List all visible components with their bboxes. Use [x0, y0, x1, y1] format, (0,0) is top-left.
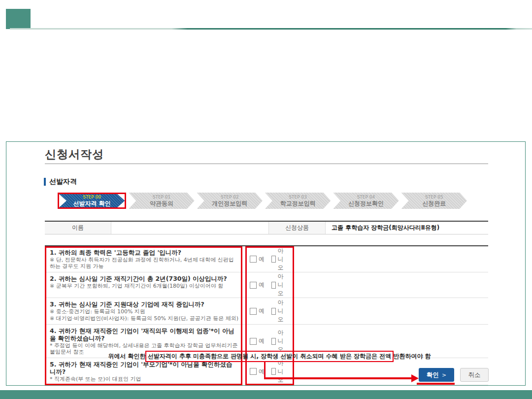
question-row: 2. 귀하는 심사일 기준 재직기간이 총 2년(730일) 이상입니까? ※ … [45, 272, 488, 298]
yes-label: 예 [259, 255, 265, 264]
name-value-cell [111, 222, 269, 234]
section-title: 선발자격 [49, 177, 77, 186]
step-item-step-00: STEP 00 선발자격 확인 [58, 193, 126, 209]
step-chevron: STEP 05 신청완료 [401, 193, 467, 209]
step-label: 선발자격 확인 [73, 200, 111, 207]
application-panel: 신청서작성 선발자격 STEP 00 선발자격 확인 STEP 01 약관동의 … [6, 141, 526, 386]
question-cell: 5. 귀하가 현재 재직중인 기업이 '부모기업'*이 아님을 확인하셨습니까?… [45, 358, 242, 385]
name-label-cell: 이름 [45, 222, 111, 234]
step-chevron: STEP 00 선발자격 확인 [59, 194, 125, 207]
page-title: 신청서작성 [45, 147, 104, 162]
product-label-cell: 신청상품 [269, 222, 326, 234]
no-checkbox[interactable] [271, 368, 276, 375]
section-accent-bar [44, 178, 46, 186]
brand-logo [6, 9, 31, 29]
header-divider [10, 28, 532, 30]
step-item-step-01: STEP 01 약관동의 [129, 193, 194, 209]
annotation-arrow-vertical [264, 362, 266, 378]
step-number: STEP 02 [221, 195, 239, 200]
no-checkbox[interactable] [271, 308, 276, 315]
no-label: 아니오 [278, 247, 288, 272]
section-header: 선발자격 [44, 177, 77, 186]
no-choice[interactable]: 아니오 [271, 329, 287, 354]
step-item-step-04: STEP 04 신청정보확인 [333, 193, 399, 209]
warning-highlight-box: 위에서 확인한 선발자격이 추후 미충족함으로 판명될 시, 장학생 선발이 취… [145, 351, 394, 362]
yes-label: 예 [259, 281, 265, 289]
yes-checkbox[interactable] [250, 256, 257, 263]
step-label: 신청정보확인 [348, 200, 384, 207]
footer-bar [0, 390, 532, 399]
question-row: 3. 귀하는 심사일 기준 지원대상 기업에 재직 중입니까? ※ 중소·중견기… [45, 298, 488, 325]
question-text: 4. 귀하가 현재 재직중인 기업이 '재직의무 이행제외 업종'*이 아님을 … [50, 327, 238, 342]
question-notes: ※ 중소·중견기업: 등록금의 100% 지원※ 대기업·비영리법인(비사업자)… [50, 308, 238, 322]
yes-checkbox[interactable] [250, 308, 257, 315]
question-cell: 3. 귀하는 심사일 기준 지원대상 기업에 재직 중입니까? ※ 중소·중견기… [45, 298, 242, 324]
yes-label: 예 [259, 337, 265, 345]
question-text: 3. 귀하는 심사일 기준 지원대상 기업에 재직 중입니까? [50, 300, 238, 308]
answer-cell: 예 아니오 [242, 358, 294, 385]
question-cell: 2. 귀하는 심사일 기준 재직기간이 총 2년(730일) 이상입니까? ※ … [45, 272, 242, 298]
no-choice[interactable]: 아니오 [271, 247, 287, 272]
question-text: 2. 귀하는 심사일 기준 재직기간이 총 2년(730일) 이상입니까? [50, 275, 238, 282]
question-notes: ※ 단, 전문학사 취득자가 전공심화 과정에 진학하거나, 4년제 대학에 신… [50, 257, 238, 269]
cancel-button-label: 취소 [468, 371, 481, 379]
no-label: 아니오 [278, 272, 288, 298]
no-choice[interactable]: 아니오 [271, 272, 287, 298]
step-label: 약관동의 [150, 200, 173, 207]
yes-choice[interactable]: 예 [250, 307, 265, 315]
annotation-arrow-horizontal [264, 377, 412, 379]
step-label: 신청완료 [422, 200, 446, 207]
step-progress-bar: STEP 00 선발자격 확인 STEP 01 약관동의 STEP 02 개인정… [58, 193, 469, 209]
answer-cell: 예 아니오 [242, 298, 294, 324]
answer-cell: 예 아니오 [242, 272, 294, 298]
confirm-underline-annotation [417, 383, 455, 385]
no-label: 아니오 [278, 359, 288, 384]
step-item-step-02: STEP 02 개인정보입력 [197, 193, 263, 209]
chevron-right-icon: > [442, 372, 446, 378]
no-label: 아니오 [278, 329, 288, 354]
no-checkbox[interactable] [271, 338, 276, 345]
step-number: STEP 04 [357, 195, 375, 200]
question-note: * 직계존속(부 또는 모)이 대표인 기업 [50, 376, 238, 382]
step-item-step-05: STEP 05 신청완료 [401, 193, 467, 209]
question-text: 1. 귀하의 최종 학력은 '고등학교 졸업 '입니까? [50, 249, 238, 256]
question-note: ※ 군복무 기간 포함하되, 기업 재직기간이 6개월(180일) 이상이어야 … [50, 283, 238, 289]
no-choice[interactable]: 아니오 [271, 299, 287, 324]
step-number: STEP 03 [289, 195, 307, 200]
confirm-button-label: 확인 [427, 371, 439, 379]
product-value-cell: 고졸 후학습자 장학금(희망사다리Ⅱ유형) [326, 222, 488, 234]
no-checkbox[interactable] [271, 282, 276, 289]
question-row: 1. 귀하의 최종 학력은 '고등학교 졸업 '입니까? ※ 단, 전문학사 취… [45, 246, 488, 272]
answer-cell: 예 아니오 [242, 246, 294, 272]
yes-choice[interactable]: 예 [250, 255, 265, 264]
step-chevron: STEP 03 학교정보입력 [265, 193, 331, 209]
step-item-step-03: STEP 03 학교정보입력 [265, 193, 331, 209]
row-filler [294, 272, 488, 298]
no-label: 아니오 [278, 299, 288, 324]
question-notes: ※ 군복무 기간 포함하되, 기업 재직기간이 6개월(180일) 이상이어야 … [50, 283, 238, 289]
question-note: ※ 단, 전문학사 취득자가 전공심화 과정에 진학하거나, 4년제 대학에 신… [50, 257, 238, 269]
confirm-button[interactable]: 확인 > [419, 368, 454, 382]
warning-text: 위에서 확인한 선발자격이 추후 미충족함으로 판명될 시, 장학생 선발이 취… [108, 352, 431, 361]
question-cell: 1. 귀하의 최종 학력은 '고등학교 졸업 '입니까? ※ 단, 전문학사 취… [45, 246, 242, 272]
annotation-arrow-head-icon [411, 374, 419, 382]
step-chevron: STEP 04 신청정보확인 [333, 193, 399, 209]
title-divider [45, 164, 488, 164]
yes-checkbox[interactable] [250, 338, 257, 345]
applicant-info-table: 이름 신청상품 고졸 후학습자 장학금(희망사다리Ⅱ유형) [45, 221, 488, 234]
step-label: 개인정보입력 [212, 200, 247, 207]
no-choice[interactable]: 아니오 [271, 359, 287, 384]
yes-checkbox[interactable] [250, 282, 257, 289]
step-chevron: STEP 01 약관동의 [129, 193, 194, 209]
question-note: ※ 대기업·비영리법인(비사업자): 등록금의 50% 지원(단, 공공기관 등… [50, 315, 238, 322]
no-checkbox[interactable] [271, 256, 276, 263]
step-chevron: STEP 02 개인정보입력 [197, 193, 263, 209]
yes-choice[interactable]: 예 [250, 281, 265, 289]
row-filler [294, 246, 488, 272]
cancel-button[interactable]: 취소 [460, 368, 489, 382]
yes-checkbox[interactable] [250, 368, 257, 375]
yes-choice[interactable]: 예 [250, 367, 265, 376]
step-number: STEP 01 [153, 195, 171, 200]
step-label: 학교정보입력 [280, 200, 316, 207]
yes-choice[interactable]: 예 [250, 337, 265, 345]
